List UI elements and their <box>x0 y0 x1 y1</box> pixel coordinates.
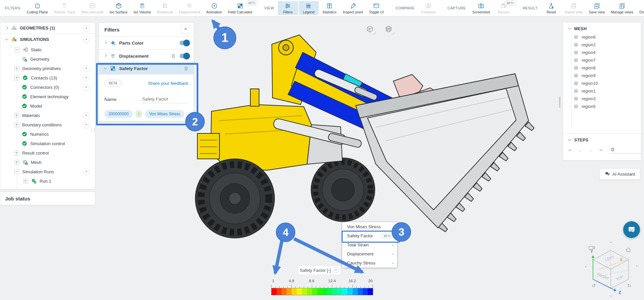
filter-row-parts-color[interactable]: Parts Color <box>99 37 194 50</box>
expand-icon[interactable] <box>14 113 19 118</box>
toolbar-button-cutting-plane[interactable]: Cutting Plane <box>24 1 51 15</box>
chevron-right-icon[interactable] <box>104 41 107 45</box>
chevron-right-icon[interactable] <box>4 26 8 30</box>
expand-icon[interactable] <box>23 179 28 184</box>
filter-toggle[interactable] <box>180 41 190 45</box>
legend-menu-icon[interactable]: ≡ <box>333 267 339 273</box>
ai-assistant-button[interactable]: AI Assistant <box>599 168 640 180</box>
add-button[interactable]: + <box>83 112 90 119</box>
mesh-region-region7[interactable]: region7 <box>563 56 641 64</box>
toolbar-button-plot-over-path[interactable]: Plot-over-path <box>79 1 106 15</box>
expression-chip[interactable]: / <box>135 110 142 118</box>
toolbar-button-save-view[interactable]: Save view <box>586 1 607 15</box>
job-status-panel[interactable]: Job status <box>0 192 95 205</box>
menu-item-total-strain[interactable]: Total Strain› <box>342 240 397 249</box>
filter-row-displacement[interactable]: Displacement <box>99 50 194 63</box>
toolbar-button-reset[interactable]: Reset <box>541 1 561 15</box>
menu-item-von-mises-stress[interactable]: Von Mises Stress <box>342 222 397 231</box>
support-chat-button[interactable] <box>623 221 640 238</box>
filter-row-safety-factor[interactable]: Safety Factor <box>99 63 194 74</box>
tree-item-element-technology[interactable]: Element technology <box>0 92 95 101</box>
tree-item-contacts-13-[interactable]: Contacts (13)+ <box>0 73 95 82</box>
toolbar-button-iso-volume[interactable]: Iso Volume <box>131 1 154 15</box>
tree-item-mesh[interactable]: Mesh <box>0 158 95 167</box>
menu-item-safety-factor[interactable]: Safety FactorBETA <box>342 231 397 240</box>
tree-item-simulation-control[interactable]: Simulation control <box>0 139 95 148</box>
share-feedback-link[interactable]: Share your feedback <box>148 81 188 86</box>
expression-chip[interactable]: Von Mises Stress <box>145 110 184 118</box>
toolbar-button-displacement[interactable]: Displacement <box>176 1 203 15</box>
trash-icon[interactable] <box>170 53 176 59</box>
expression-chip[interactable]: 200000000 <box>104 110 133 118</box>
mesh-region-region1[interactable]: region1 <box>563 87 641 95</box>
tree-item-simulations[interactable]: SIMULATIONS+ <box>0 34 95 45</box>
add-button[interactable]: + <box>83 169 90 175</box>
step-last-button[interactable]: ⇥ <box>597 147 603 153</box>
toolbar-button-animation[interactable]: Animation <box>204 1 225 15</box>
step-value-input[interactable]: 0 <box>610 146 641 154</box>
mesh-region-region6[interactable]: region6 <box>563 33 641 41</box>
toolbar-button-record[interactable]: RecordBETA <box>493 1 513 15</box>
shaded-cube-icon[interactable] <box>383 24 394 35</box>
mesh-region-region8[interactable]: region8 <box>563 64 641 72</box>
tree-item-simulation-runs[interactable]: Simulation Runs+ <box>0 167 95 176</box>
step-first-button[interactable]: ⇤ <box>568 147 574 153</box>
toolbar-button-import-view[interactable]: Import view <box>562 1 586 15</box>
add-button[interactable]: + <box>83 37 90 43</box>
mesh-region-region2[interactable]: region2 <box>563 41 641 49</box>
chevron-down-icon[interactable] <box>4 38 8 42</box>
step-next-button[interactable]: → <box>588 147 593 153</box>
steps-panel-header[interactable]: STEPS <box>563 136 641 144</box>
tree-item-numerics[interactable]: Numerics <box>0 129 95 139</box>
add-button[interactable]: + <box>83 75 90 81</box>
tree-item-boundary-conditions[interactable]: Boundary conditions+ <box>0 120 95 129</box>
mesh-panel-header[interactable]: MESH <box>563 24 641 33</box>
name-input[interactable] <box>142 95 188 103</box>
menu-item-cauchy-stress[interactable]: Cauchy Stress› <box>342 258 397 267</box>
add-button[interactable]: + <box>83 65 90 72</box>
mesh-region-region3[interactable]: region3 <box>563 95 641 103</box>
toolbar-button-inspect-point[interactable]: Inspect point <box>340 1 366 15</box>
toolbar-button-legend[interactable]: Legend <box>299 1 319 15</box>
toolbar-button-rotational[interactable]: Rotational <box>154 1 176 15</box>
toolbar-button-toggle-ui[interactable]: Toggle UI <box>366 1 386 15</box>
add-button[interactable]: + <box>83 122 90 128</box>
view-cube[interactable]: LEFT FRONT TOP Y X Z ⌃ ‹ › ⌄ ↺ ↻ <box>582 240 644 300</box>
viewport-scrollbar[interactable] <box>559 97 560 108</box>
toolbar-button-manage-views[interactable]: Manage views <box>608 1 636 15</box>
toolbar-button-screenshot[interactable]: Screenshot <box>469 1 493 15</box>
tree-item-geometry-primitives[interactable]: Geometry primitives+ <box>0 64 95 73</box>
filter-toggle[interactable] <box>180 54 190 58</box>
toolbar-button-field-calculator[interactable]: Field CalculatorBETA <box>225 1 255 15</box>
step-prev-button[interactable]: ← <box>578 147 583 153</box>
add-button[interactable]: + <box>83 25 90 32</box>
mesh-region-region5[interactable]: region5 <box>563 103 641 110</box>
toolbar-button-iso-surface[interactable]: Iso Surface <box>107 1 130 15</box>
collapse-icon[interactable] <box>14 47 19 52</box>
toolbar-button-download[interactable]: Download <box>637 1 644 15</box>
chevron-right-icon[interactable] <box>104 54 107 58</box>
menu-item-displacement[interactable]: Displacement› <box>342 249 397 258</box>
mesh-region-region4[interactable]: region4 <box>563 49 641 56</box>
tree-item-connectors-0-[interactable]: Connectors (0)+ <box>0 82 95 92</box>
tree-item-materials[interactable]: Materials+ <box>0 111 95 120</box>
tree-item-geometries-1-[interactable]: GEOMETRIES (1)+ <box>0 22 95 34</box>
toolbar-button-filters[interactable]: Filters <box>278 1 298 15</box>
toolbar-button-compare[interactable]: Compare <box>418 1 438 15</box>
mesh-region-region9[interactable]: region9 <box>563 72 641 79</box>
expand-icon[interactable] <box>14 75 19 80</box>
collapse-icon[interactable] <box>14 169 19 174</box>
tree-item-model[interactable]: Model <box>0 101 95 111</box>
expand-icon[interactable] <box>14 151 19 156</box>
tree-item-result-control[interactable]: Result control <box>0 148 95 158</box>
tree-item-static[interactable]: Static <box>0 45 95 54</box>
close-icon[interactable]: ✕ <box>181 25 190 34</box>
trash-icon[interactable] <box>183 66 189 71</box>
expand-icon[interactable] <box>14 122 19 127</box>
expand-icon[interactable] <box>14 160 19 165</box>
wireframe-cube-icon[interactable] <box>364 24 376 35</box>
toolbar-button-particle-trace[interactable]: Particle Trace <box>51 1 78 15</box>
tree-item-geometry[interactable]: Geometry <box>0 54 95 64</box>
panel-resize-grip[interactable] <box>92 128 95 132</box>
toolbar-button-statistics[interactable]: Statistics <box>319 1 340 15</box>
